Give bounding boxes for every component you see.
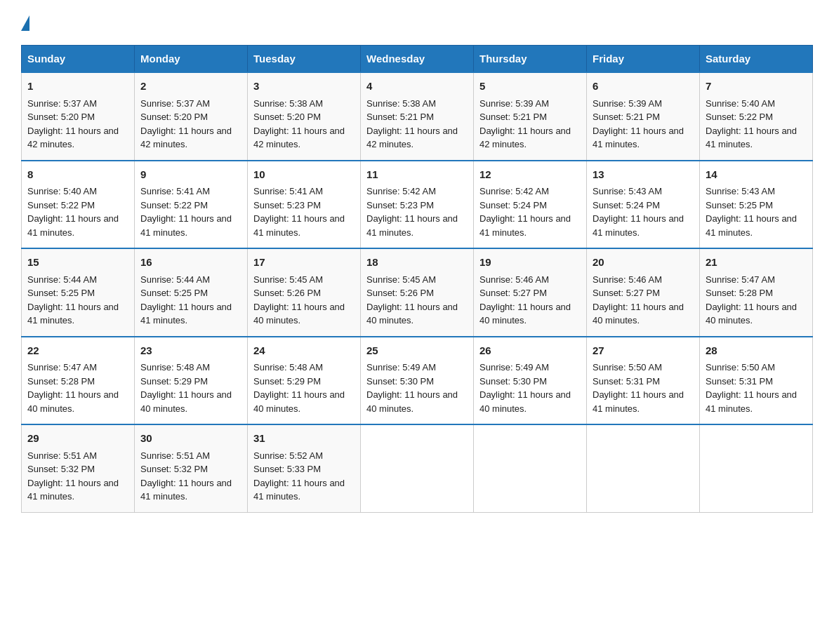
sunset-text: Sunset: 5:31 PM — [706, 376, 773, 387]
sunset-text: Sunset: 5:25 PM — [706, 200, 773, 210]
calendar-cell: 9Sunrise: 5:41 AMSunset: 5:22 PMDaylight… — [135, 161, 248, 249]
day-number: 30 — [140, 431, 241, 447]
calendar-cell: 29Sunrise: 5:51 AMSunset: 5:32 PMDayligh… — [22, 424, 135, 512]
logo — [21, 14, 29, 31]
day-number: 16 — [140, 255, 241, 271]
calendar-cell: 18Sunrise: 5:45 AMSunset: 5:26 PMDayligh… — [361, 248, 474, 337]
calendar-cell: 5Sunrise: 5:39 AMSunset: 5:21 PMDaylight… — [474, 72, 587, 161]
sunrise-text: Sunrise: 5:42 AM — [479, 186, 549, 196]
calendar-cell: 23Sunrise: 5:48 AMSunset: 5:29 PMDayligh… — [135, 337, 248, 425]
sunset-text: Sunset: 5:29 PM — [140, 376, 208, 387]
sunrise-text: Sunrise: 5:41 AM — [140, 186, 210, 196]
daylight-text: Daylight: 11 hours and 40 minutes. — [366, 389, 458, 414]
day-number: 7 — [706, 79, 807, 95]
daylight-text: Daylight: 11 hours and 41 minutes. — [706, 389, 797, 414]
day-number: 19 — [479, 255, 581, 271]
daylight-text: Daylight: 11 hours and 40 minutes. — [27, 389, 119, 414]
calendar-cell: 22Sunrise: 5:47 AMSunset: 5:28 PMDayligh… — [22, 337, 135, 425]
calendar-cell — [361, 424, 474, 512]
daylight-text: Daylight: 11 hours and 42 minutes. — [366, 126, 458, 150]
day-number: 4 — [366, 79, 468, 95]
day-number: 29 — [27, 431, 128, 447]
sunset-text: Sunset: 5:24 PM — [593, 200, 660, 210]
sunset-text: Sunset: 5:20 PM — [140, 112, 208, 122]
calendar-cell: 21Sunrise: 5:47 AMSunset: 5:28 PMDayligh… — [700, 248, 813, 337]
day-number: 10 — [253, 167, 355, 183]
calendar-cell: 6Sunrise: 5:39 AMSunset: 5:21 PMDaylight… — [587, 72, 700, 161]
sunset-text: Sunset: 5:32 PM — [140, 464, 208, 474]
sunrise-text: Sunrise: 5:43 AM — [593, 186, 662, 196]
sunrise-text: Sunrise: 5:44 AM — [27, 274, 97, 285]
sunrise-text: Sunrise: 5:49 AM — [366, 362, 436, 373]
daylight-text: Daylight: 11 hours and 42 minutes. — [479, 126, 571, 150]
sunset-text: Sunset: 5:26 PM — [366, 288, 434, 298]
daylight-text: Daylight: 11 hours and 41 minutes. — [366, 213, 458, 238]
day-number: 5 — [479, 79, 581, 95]
calendar-cell — [587, 424, 700, 512]
daylight-text: Daylight: 11 hours and 41 minutes. — [593, 126, 684, 150]
logo-triangle-icon — [21, 15, 29, 31]
day-number: 12 — [479, 167, 581, 183]
daylight-text: Daylight: 11 hours and 41 minutes. — [140, 478, 232, 502]
calendar-cell: 2Sunrise: 5:37 AMSunset: 5:20 PMDaylight… — [135, 72, 248, 161]
sunset-text: Sunset: 5:22 PM — [706, 112, 773, 122]
sunset-text: Sunset: 5:31 PM — [593, 376, 660, 387]
calendar-cell: 13Sunrise: 5:43 AMSunset: 5:24 PMDayligh… — [587, 161, 700, 249]
calendar-cell: 30Sunrise: 5:51 AMSunset: 5:32 PMDayligh… — [135, 424, 248, 512]
sunset-text: Sunset: 5:30 PM — [479, 376, 547, 387]
daylight-text: Daylight: 11 hours and 41 minutes. — [140, 302, 232, 326]
sunrise-text: Sunrise: 5:51 AM — [140, 450, 210, 461]
sunset-text: Sunset: 5:33 PM — [253, 464, 321, 474]
sunrise-text: Sunrise: 5:37 AM — [140, 98, 210, 109]
weekday-header-monday: Monday — [135, 46, 248, 73]
sunrise-text: Sunrise: 5:37 AM — [27, 98, 97, 109]
calendar-cell: 24Sunrise: 5:48 AMSunset: 5:29 PMDayligh… — [248, 337, 361, 425]
calendar-cell: 3Sunrise: 5:38 AMSunset: 5:20 PMDaylight… — [248, 72, 361, 161]
calendar-cell — [474, 424, 587, 512]
day-number: 6 — [593, 79, 694, 95]
day-number: 23 — [140, 343, 241, 359]
sunset-text: Sunset: 5:32 PM — [27, 464, 95, 474]
sunrise-text: Sunrise: 5:42 AM — [366, 186, 436, 196]
weekday-header-saturday: Saturday — [700, 46, 813, 73]
daylight-text: Daylight: 11 hours and 41 minutes. — [253, 478, 345, 502]
sunrise-text: Sunrise: 5:50 AM — [706, 362, 775, 373]
calendar-cell: 19Sunrise: 5:46 AMSunset: 5:27 PMDayligh… — [474, 248, 587, 337]
day-number: 3 — [253, 79, 355, 95]
sunset-text: Sunset: 5:22 PM — [27, 200, 95, 210]
sunset-text: Sunset: 5:21 PM — [366, 112, 434, 122]
calendar-cell: 14Sunrise: 5:43 AMSunset: 5:25 PMDayligh… — [700, 161, 813, 249]
sunrise-text: Sunrise: 5:39 AM — [593, 98, 662, 109]
day-number: 14 — [706, 167, 807, 183]
calendar-cell: 8Sunrise: 5:40 AMSunset: 5:22 PMDaylight… — [22, 161, 135, 249]
sunrise-text: Sunrise: 5:38 AM — [366, 98, 436, 109]
calendar-cell: 1Sunrise: 5:37 AMSunset: 5:20 PMDaylight… — [22, 72, 135, 161]
page-header — [21, 14, 813, 31]
daylight-text: Daylight: 11 hours and 40 minutes. — [140, 389, 232, 414]
calendar-cell: 16Sunrise: 5:44 AMSunset: 5:25 PMDayligh… — [135, 248, 248, 337]
weekday-header-thursday: Thursday — [474, 46, 587, 73]
daylight-text: Daylight: 11 hours and 41 minutes. — [253, 213, 345, 238]
day-number: 24 — [253, 343, 355, 359]
sunset-text: Sunset: 5:20 PM — [27, 112, 95, 122]
calendar-cell: 20Sunrise: 5:46 AMSunset: 5:27 PMDayligh… — [587, 248, 700, 337]
daylight-text: Daylight: 11 hours and 41 minutes. — [140, 213, 232, 238]
sunrise-text: Sunrise: 5:38 AM — [253, 98, 323, 109]
day-number: 9 — [140, 167, 241, 183]
sunset-text: Sunset: 5:25 PM — [27, 288, 95, 298]
sunset-text: Sunset: 5:23 PM — [366, 200, 434, 210]
day-number: 17 — [253, 255, 355, 271]
day-number: 15 — [27, 255, 128, 271]
sunset-text: Sunset: 5:22 PM — [140, 200, 208, 210]
weekday-header-friday: Friday — [587, 46, 700, 73]
daylight-text: Daylight: 11 hours and 41 minutes. — [27, 302, 119, 326]
sunset-text: Sunset: 5:23 PM — [253, 200, 321, 210]
calendar-cell: 17Sunrise: 5:45 AMSunset: 5:26 PMDayligh… — [248, 248, 361, 337]
sunset-text: Sunset: 5:20 PM — [253, 112, 321, 122]
sunset-text: Sunset: 5:28 PM — [27, 376, 95, 387]
daylight-text: Daylight: 11 hours and 40 minutes. — [253, 302, 345, 326]
daylight-text: Daylight: 11 hours and 41 minutes. — [479, 213, 571, 238]
daylight-text: Daylight: 11 hours and 42 minutes. — [140, 126, 232, 150]
sunrise-text: Sunrise: 5:44 AM — [140, 274, 210, 285]
sunset-text: Sunset: 5:24 PM — [479, 200, 547, 210]
